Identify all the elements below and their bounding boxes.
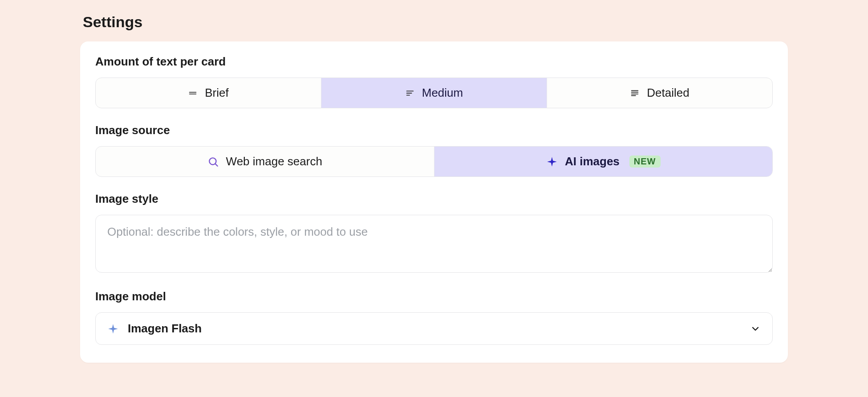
image-style-label: Image style [95, 192, 773, 206]
svg-line-10 [215, 164, 217, 166]
image-model-selected: Imagen Flash [128, 322, 741, 336]
web-image-search-option[interactable]: Web image search [96, 147, 434, 176]
detailed-icon [630, 88, 640, 98]
new-badge: NEW [629, 156, 661, 168]
brief-option[interactable]: Brief [96, 78, 321, 108]
image-style-input[interactable] [95, 215, 773, 273]
amount-of-text-group: Brief Medium [95, 78, 773, 108]
image-model-select[interactable]: Imagen Flash [95, 312, 773, 345]
web-image-search-label: Web image search [226, 155, 322, 168]
ai-images-label: AI images [565, 155, 620, 168]
image-style-section: Image style [95, 192, 773, 274]
image-model-section: Image model Imagen Flash [95, 290, 773, 345]
amount-of-text-label: Amount of text per card [95, 55, 773, 69]
image-source-section: Image source Web image search [95, 123, 773, 177]
medium-icon [405, 88, 415, 98]
image-model-label: Image model [95, 290, 773, 303]
image-source-group: Web image search AI images NEW [95, 146, 773, 177]
ai-images-option[interactable]: AI images NEW [434, 147, 773, 176]
medium-label: Medium [422, 86, 463, 100]
search-icon [207, 156, 219, 168]
image-source-label: Image source [95, 123, 773, 137]
settings-panel: Amount of text per card Brief [80, 41, 788, 363]
page-title: Settings [83, 13, 788, 31]
brief-label: Brief [205, 86, 228, 100]
brief-icon [188, 88, 198, 98]
detailed-label: Detailed [647, 86, 689, 100]
chevron-down-icon [750, 323, 761, 334]
amount-of-text-section: Amount of text per card Brief [95, 55, 773, 108]
sparkle-icon [107, 323, 119, 335]
medium-option[interactable]: Medium [321, 78, 547, 108]
detailed-option[interactable]: Detailed [547, 78, 772, 108]
sparkle-icon [546, 156, 558, 168]
